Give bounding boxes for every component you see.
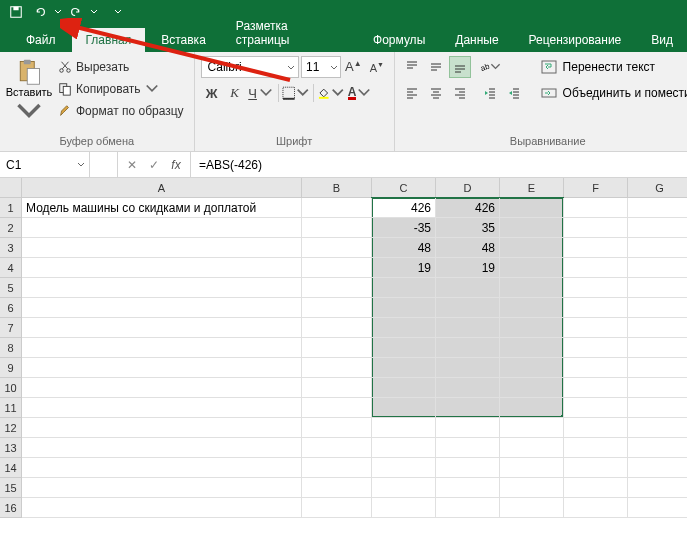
increase-indent-button[interactable]	[503, 82, 525, 104]
cell-D16[interactable]	[436, 498, 500, 518]
cell-D3[interactable]: 48	[436, 238, 500, 258]
font-name-select[interactable]: Calibri	[201, 56, 299, 78]
align-left-button[interactable]	[401, 82, 423, 104]
cell-F15[interactable]	[564, 478, 628, 498]
cell-D1[interactable]: 426	[436, 198, 500, 218]
borders-button[interactable]	[282, 82, 310, 104]
cell-A14[interactable]	[22, 458, 302, 478]
row-header-15[interactable]: 15	[0, 478, 22, 498]
cell-F4[interactable]	[564, 258, 628, 278]
cell-G15[interactable]	[628, 478, 687, 498]
cell-F1[interactable]	[564, 198, 628, 218]
cell-C8[interactable]	[372, 338, 436, 358]
tab-review[interactable]: Рецензирование	[515, 28, 636, 52]
font-size-select[interactable]: 11	[301, 56, 341, 78]
cell-A16[interactable]	[22, 498, 302, 518]
cell-A15[interactable]	[22, 478, 302, 498]
cell-D15[interactable]	[436, 478, 500, 498]
cell-B9[interactable]	[302, 358, 372, 378]
cell-E1[interactable]	[500, 198, 564, 218]
row-header-2[interactable]: 2	[0, 218, 22, 238]
cell-E4[interactable]	[500, 258, 564, 278]
cell-D14[interactable]	[436, 458, 500, 478]
insert-function-button[interactable]: fx	[166, 155, 186, 175]
tab-data[interactable]: Данные	[441, 28, 512, 52]
cell-F7[interactable]	[564, 318, 628, 338]
cell-D2[interactable]: 35	[436, 218, 500, 238]
cell-G4[interactable]	[628, 258, 687, 278]
cell-G13[interactable]	[628, 438, 687, 458]
row-header-12[interactable]: 12	[0, 418, 22, 438]
increase-font-button[interactable]: A▲	[343, 56, 365, 78]
cell-E12[interactable]	[500, 418, 564, 438]
cell-A1[interactable]: Модель машины со скидками и доплатой	[22, 198, 302, 218]
cell-C5[interactable]	[372, 278, 436, 298]
cell-C15[interactable]	[372, 478, 436, 498]
cell-F10[interactable]	[564, 378, 628, 398]
cell-C7[interactable]	[372, 318, 436, 338]
cell-F12[interactable]	[564, 418, 628, 438]
cell-G3[interactable]	[628, 238, 687, 258]
cell-G5[interactable]	[628, 278, 687, 298]
row-header-13[interactable]: 13	[0, 438, 22, 458]
cell-D13[interactable]	[436, 438, 500, 458]
cell-B4[interactable]	[302, 258, 372, 278]
cell-F16[interactable]	[564, 498, 628, 518]
cell-G16[interactable]	[628, 498, 687, 518]
underline-button[interactable]: Ч	[247, 82, 275, 104]
cell-G7[interactable]	[628, 318, 687, 338]
cell-B7[interactable]	[302, 318, 372, 338]
column-header-F[interactable]: F	[564, 178, 628, 198]
cell-A4[interactable]	[22, 258, 302, 278]
paste-button[interactable]: Вставить	[6, 56, 52, 128]
cell-E3[interactable]	[500, 238, 564, 258]
row-header-10[interactable]: 10	[0, 378, 22, 398]
cell-B12[interactable]	[302, 418, 372, 438]
cell-E9[interactable]	[500, 358, 564, 378]
cell-E7[interactable]	[500, 318, 564, 338]
row-header-3[interactable]: 3	[0, 238, 22, 258]
cell-C9[interactable]	[372, 358, 436, 378]
tab-insert[interactable]: Вставка	[147, 28, 220, 52]
cut-button[interactable]: Вырезать	[54, 58, 188, 76]
cell-C4[interactable]: 19	[372, 258, 436, 278]
tab-home[interactable]: Главная	[72, 28, 146, 52]
format-painter-button[interactable]: Формат по образцу	[54, 102, 188, 120]
cell-A2[interactable]	[22, 218, 302, 238]
cell-D8[interactable]	[436, 338, 500, 358]
cell-C6[interactable]	[372, 298, 436, 318]
cell-B3[interactable]	[302, 238, 372, 258]
cell-C1[interactable]: 426	[372, 198, 436, 218]
fill-color-button[interactable]	[317, 82, 345, 104]
cancel-formula-button[interactable]: ✕	[122, 155, 142, 175]
select-all-corner[interactable]	[0, 178, 22, 198]
copy-button[interactable]: Копировать	[54, 80, 188, 98]
cell-C11[interactable]	[372, 398, 436, 418]
cell-E16[interactable]	[500, 498, 564, 518]
cell-F9[interactable]	[564, 358, 628, 378]
row-header-6[interactable]: 6	[0, 298, 22, 318]
cell-B11[interactable]	[302, 398, 372, 418]
cell-E14[interactable]	[500, 458, 564, 478]
align-top-button[interactable]	[401, 56, 423, 78]
cell-G2[interactable]	[628, 218, 687, 238]
tab-layout[interactable]: Разметка страницы	[222, 14, 357, 52]
bold-button[interactable]: Ж	[201, 82, 223, 104]
cell-C16[interactable]	[372, 498, 436, 518]
tab-file[interactable]: Файл	[12, 28, 70, 52]
cell-B1[interactable]	[302, 198, 372, 218]
cell-F6[interactable]	[564, 298, 628, 318]
row-header-16[interactable]: 16	[0, 498, 22, 518]
cell-D6[interactable]	[436, 298, 500, 318]
cell-C10[interactable]	[372, 378, 436, 398]
cell-G6[interactable]	[628, 298, 687, 318]
row-header-5[interactable]: 5	[0, 278, 22, 298]
row-header-9[interactable]: 9	[0, 358, 22, 378]
cell-E8[interactable]	[500, 338, 564, 358]
cell-F8[interactable]	[564, 338, 628, 358]
cell-D9[interactable]	[436, 358, 500, 378]
cell-G9[interactable]	[628, 358, 687, 378]
cell-D12[interactable]	[436, 418, 500, 438]
cell-E15[interactable]	[500, 478, 564, 498]
cell-F3[interactable]	[564, 238, 628, 258]
